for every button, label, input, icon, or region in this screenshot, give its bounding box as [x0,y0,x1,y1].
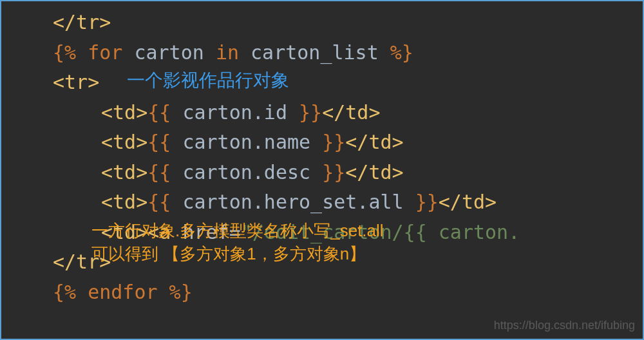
code-line: {% endfor %} [53,278,643,308]
td-open: <td> [101,101,147,124]
code-line: </tr> [53,247,643,278]
closing-tr-tag: </tr> [53,250,111,273]
expr-close: }} [310,131,345,153]
expr-close: }} [404,191,439,213]
code-line: <tr> 一个影视作品行对象 [53,68,643,98]
expr-open: {{ [147,131,182,153]
td-close: </td> [322,101,380,124]
in-keyword: in [216,41,239,64]
template-delim: %} [158,281,193,303]
template-delim: {% [53,41,88,64]
code-line: <td><a href="/edit_carton/{{ carton. 一方行… [53,218,643,248]
closing-tr-tag: </tr> [53,11,111,33]
loop-var: carton [122,41,216,64]
code-line: </tr> [53,8,643,38]
expr-open: {{ [147,191,182,213]
annotation-orange-line1: 一方行对象.多方模型类名称小写_set.all [91,219,384,242]
expr-open: {{ [147,161,182,184]
endfor-keyword: endfor [88,281,157,303]
code-line: <td>{{ carton.name }}</td> [53,128,643,158]
annotation-blue: 一个影视作品行对象 [127,66,289,94]
expr-name: carton.name [182,131,310,153]
td-close: </td> [345,131,403,153]
code-line: {% for carton in carton_list %} [53,38,643,68]
td-open: <td> [101,191,147,213]
code-line: <td>{{ carton.desc }}</td> [53,158,643,188]
expr-heroset: carton.hero_set.all [182,191,403,213]
expr-desc: carton.desc [182,161,310,184]
for-keyword: for [88,41,122,64]
code-editor: </tr> {% for carton in carton_list %} <t… [1,8,643,307]
code-line: <td>{{ carton.hero_set.all }}</td> [53,187,643,218]
td-open: <td> [101,161,147,184]
expr-close: }} [310,161,345,184]
template-delim: {% [53,281,88,303]
td-close: </td> [345,161,403,184]
td-close: </td> [439,191,497,213]
tr-open-tag: <tr> [53,71,99,93]
code-line: <td>{{ carton.id }}</td> [53,98,643,128]
expr-id: carton.id [182,101,287,124]
td-open: <td> [101,131,147,153]
expr-open: {{ [147,101,182,124]
watermark: https://blog.csdn.net/ifubing [494,319,635,332]
template-delim: %} [390,41,413,64]
expr-close: }} [287,101,322,124]
loop-list: carton_list [239,41,390,64]
